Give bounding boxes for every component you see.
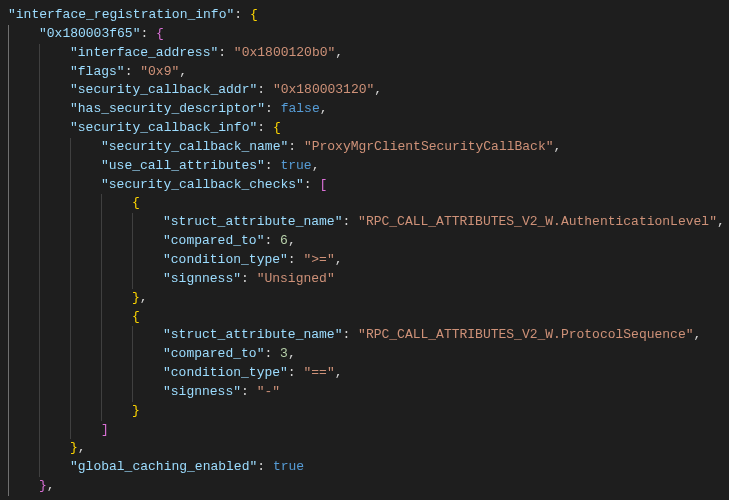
code-line: },: [8, 477, 729, 496]
code-line: "security_callback_checks": [: [8, 176, 729, 195]
code-line: "condition_type": "==",: [8, 364, 729, 383]
code-line: "security_callback_info": {: [8, 119, 729, 138]
code-editor[interactable]: "interface_registration_info": { "0x1800…: [8, 6, 729, 496]
code-line: {: [8, 308, 729, 327]
code-line: "interface_address": "0x1800120b0",: [8, 44, 729, 63]
code-line: },: [8, 289, 729, 308]
code-line: ]: [8, 421, 729, 440]
code-line: "struct_attribute_name": "RPC_CALL_ATTRI…: [8, 213, 729, 232]
code-line: },: [8, 439, 729, 458]
code-line: {: [8, 194, 729, 213]
code-line: "use_call_attributes": true,: [8, 157, 729, 176]
code-line: "compared_to": 3,: [8, 345, 729, 364]
code-line: }: [8, 402, 729, 421]
code-line: "flags": "0x9",: [8, 63, 729, 82]
code-line: "security_callback_addr": "0x180003120",: [8, 81, 729, 100]
code-line: "has_security_descriptor": false,: [8, 100, 729, 119]
code-line: "condition_type": ">=",: [8, 251, 729, 270]
code-line: "interface_registration_info": {: [8, 6, 729, 25]
code-line: "signness": "Unsigned": [8, 270, 729, 289]
code-line: "security_callback_name": "ProxyMgrClien…: [8, 138, 729, 157]
code-line: "struct_attribute_name": "RPC_CALL_ATTRI…: [8, 326, 729, 345]
code-line: "compared_to": 6,: [8, 232, 729, 251]
code-line: "global_caching_enabled": true: [8, 458, 729, 477]
code-line: "signness": "-": [8, 383, 729, 402]
code-line: "0x180003f65": {: [8, 25, 729, 44]
